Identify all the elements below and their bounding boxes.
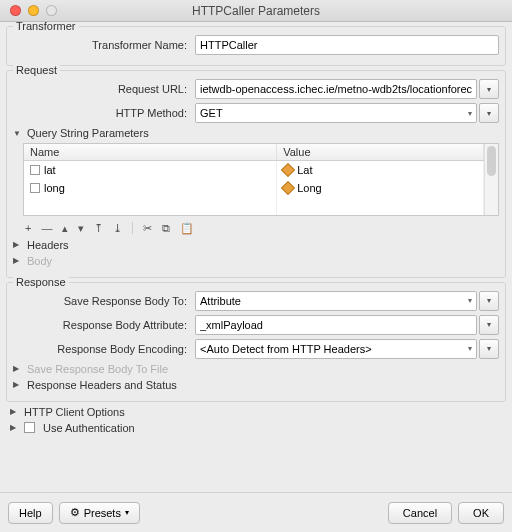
- cell-value: Lat: [297, 164, 312, 176]
- move-top-button[interactable]: ⤒: [94, 222, 103, 235]
- transformer-name-input[interactable]: [195, 35, 499, 55]
- response-attr-input[interactable]: [195, 315, 477, 335]
- http-method-value: GET: [200, 107, 223, 119]
- url-options-button[interactable]: ▾: [479, 79, 499, 99]
- footer: Help ⚙ Presets ▾ Cancel OK: [0, 492, 512, 532]
- zoom-icon: [46, 5, 57, 16]
- presets-label: Presets: [84, 507, 121, 519]
- cell-name: lat: [44, 164, 56, 176]
- table-row[interactable]: lat Lat: [24, 161, 484, 179]
- table-row[interactable]: [24, 197, 484, 215]
- save-body-to-label: Save Response Body To:: [13, 295, 191, 307]
- http-method-label: HTTP Method:: [13, 107, 191, 119]
- save-file-disclosure: ▶ Save Response Body To File: [13, 363, 499, 375]
- group-label: Transformer: [13, 22, 79, 32]
- save-file-label: Save Response Body To File: [27, 363, 168, 375]
- transformer-name-label: Transformer Name:: [13, 39, 191, 51]
- move-down-button[interactable]: ▾: [78, 222, 84, 235]
- headers-disclosure[interactable]: ▶ Headers: [13, 239, 499, 251]
- close-icon[interactable]: [10, 5, 21, 16]
- cell-value: Long: [297, 182, 321, 194]
- request-url-input[interactable]: [195, 79, 477, 99]
- http-client-label: HTTP Client Options: [24, 406, 125, 418]
- triangle-right-icon: ▶: [10, 423, 20, 432]
- window-title: HTTPCaller Parameters: [0, 4, 512, 18]
- scroll-thumb[interactable]: [487, 146, 496, 176]
- group-label: Request: [13, 64, 60, 76]
- ok-button[interactable]: OK: [458, 502, 504, 524]
- triangle-down-icon: ▼: [13, 129, 23, 138]
- group-label: Response: [13, 276, 69, 288]
- http-method-select[interactable]: GET ▾: [195, 103, 477, 123]
- cancel-button[interactable]: Cancel: [388, 502, 452, 524]
- response-enc-label: Response Body Encoding:: [13, 343, 191, 355]
- gear-icon: ⚙: [70, 506, 80, 519]
- qsp-table: Name Value lat Lat long: [23, 143, 499, 216]
- save-body-to-select[interactable]: Attribute ▾: [195, 291, 477, 311]
- scrollbar[interactable]: [484, 144, 498, 215]
- qsp-disclosure[interactable]: ▼ Query String Parameters: [13, 127, 499, 139]
- attribute-icon: [281, 163, 295, 177]
- triangle-right-icon: ▶: [13, 364, 23, 373]
- separator: [132, 222, 133, 234]
- col-name[interactable]: Name: [24, 144, 277, 161]
- body-label: Body: [27, 255, 52, 267]
- move-up-button[interactable]: ▴: [62, 222, 68, 235]
- copy-button[interactable]: ⧉: [162, 222, 170, 235]
- response-headers-label: Response Headers and Status: [27, 379, 177, 391]
- move-bottom-button[interactable]: ⤓: [113, 222, 122, 235]
- save-body-options-button[interactable]: ▾: [479, 291, 499, 311]
- response-enc-select[interactable]: <Auto Detect from HTTP Headers> ▾: [195, 339, 477, 359]
- transformer-group: Transformer Transformer Name:: [6, 26, 506, 66]
- response-attr-label: Response Body Attribute:: [13, 319, 191, 331]
- save-body-to-value: Attribute: [200, 295, 241, 307]
- col-value[interactable]: Value: [277, 144, 484, 161]
- presets-button[interactable]: ⚙ Presets ▾: [59, 502, 140, 524]
- use-auth-label: Use Authentication: [43, 422, 135, 434]
- table-row[interactable]: long Long: [24, 179, 484, 197]
- response-group: Response Save Response Body To: Attribut…: [6, 282, 506, 402]
- checkbox-icon[interactable]: [30, 165, 40, 175]
- traffic-lights: [0, 5, 57, 16]
- use-auth-disclosure[interactable]: ▶ Use Authentication: [10, 422, 506, 434]
- request-url-label: Request URL:: [13, 83, 191, 95]
- attribute-icon: [281, 180, 295, 194]
- titlebar: HTTPCaller Parameters: [0, 0, 512, 22]
- table-toolbar: + — ▴ ▾ ⤒ ⤓ ✂ ⧉ 📋: [23, 218, 499, 235]
- chevron-down-icon: ▾: [468, 109, 472, 118]
- paste-button[interactable]: 📋: [180, 222, 194, 235]
- use-auth-checkbox[interactable]: [24, 422, 35, 433]
- body-disclosure: ▶ Body: [13, 255, 499, 267]
- headers-label: Headers: [27, 239, 69, 251]
- request-group: Request Request URL: ▾ HTTP Method: GET …: [6, 70, 506, 278]
- minimize-icon[interactable]: [28, 5, 39, 16]
- checkbox-icon[interactable]: [30, 183, 40, 193]
- http-client-disclosure[interactable]: ▶ HTTP Client Options: [10, 406, 506, 418]
- window: HTTPCaller Parameters Transformer Transf…: [0, 0, 512, 532]
- response-headers-disclosure[interactable]: ▶ Response Headers and Status: [13, 379, 499, 391]
- remove-row-button[interactable]: —: [41, 222, 52, 234]
- cut-button[interactable]: ✂: [143, 222, 152, 235]
- triangle-right-icon: ▶: [13, 380, 23, 389]
- response-enc-options-button[interactable]: ▾: [479, 339, 499, 359]
- help-button[interactable]: Help: [8, 502, 53, 524]
- response-enc-value: <Auto Detect from HTTP Headers>: [200, 343, 372, 355]
- triangle-right-icon: ▶: [13, 256, 23, 265]
- chevron-down-icon: ▾: [125, 508, 129, 517]
- triangle-right-icon: ▶: [13, 240, 23, 249]
- qsp-label: Query String Parameters: [27, 127, 149, 139]
- add-row-button[interactable]: +: [25, 222, 31, 234]
- triangle-right-icon: ▶: [10, 407, 20, 416]
- chevron-down-icon: ▾: [468, 296, 472, 305]
- cell-name: long: [44, 182, 65, 194]
- content: Transformer Transformer Name: Request Re…: [0, 22, 512, 492]
- method-options-button[interactable]: ▾: [479, 103, 499, 123]
- response-attr-options-button[interactable]: ▾: [479, 315, 499, 335]
- chevron-down-icon: ▾: [468, 344, 472, 353]
